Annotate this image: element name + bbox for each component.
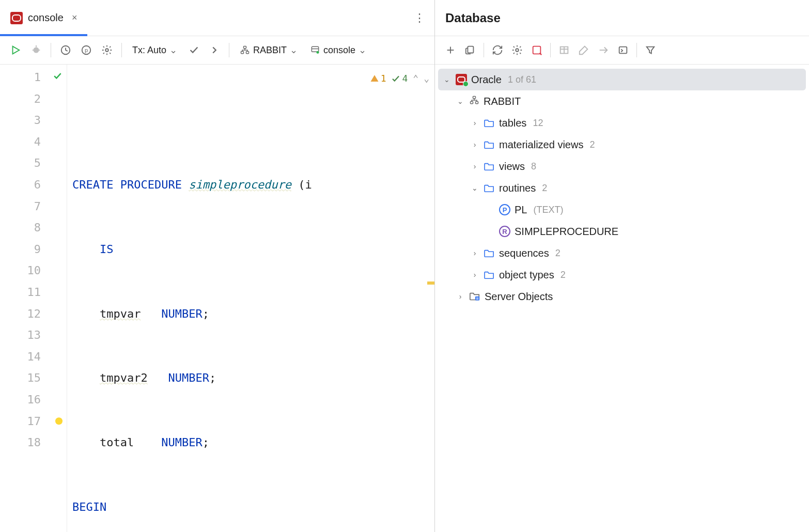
panel-title: Database [445,11,501,25]
explain-plan-button[interactable]: p [78,42,95,58]
chevron-right-icon: › [470,162,479,170]
add-button[interactable] [442,42,459,58]
database-toolbar [435,36,809,65]
tree-folder-mviews[interactable]: › materialized views 2 [438,134,806,155]
intention-bulb-icon[interactable] [55,411,63,432]
routine-icon: R [499,226,510,237]
database-tree[interactable]: ⌄ Oracle 1 of 61 ⌄ RABBIT › tables 12 › … [435,65,809,532]
folder-icon [484,162,495,171]
inspection-status[interactable]: 1 4 ⌃ ⌄ [370,68,429,89]
tab-console[interactable]: console × [0,0,87,36]
chevron-down-icon: ⌄ [169,44,177,56]
tree-folder-sequences[interactable]: › sequences 2 [438,242,806,264]
svg-marker-25 [647,47,655,54]
chevron-down-icon: ⌄ [359,44,366,56]
schema-label: RABBIT [253,45,287,56]
tree-folder-tables[interactable]: › tables 12 [438,112,806,134]
duplicate-button[interactable] [462,42,478,58]
chevron-down-icon: ⌄ [470,184,479,192]
svg-rect-26 [473,96,476,98]
chevron-right-icon: › [470,140,479,149]
svg-rect-17 [468,46,473,53]
tree-server-objects[interactable]: › Server Objects [438,286,806,307]
jump-button[interactable] [595,42,612,58]
folder-icon [484,248,495,258]
tree-datasource-oracle[interactable]: ⌄ Oracle 1 of 61 [438,69,806,90]
connection-dropdown[interactable]: console ⌄ [306,44,370,56]
schema-icon [469,95,479,108]
stop-button[interactable] [528,42,545,58]
tx-mode-dropdown[interactable]: Tx: Auto ⌄ [128,44,181,56]
svg-rect-10 [241,52,244,54]
svg-marker-0 [13,46,20,54]
schema-dropdown[interactable]: RABBIT ⌄ [236,44,302,56]
tab-overflow-menu[interactable]: ⋮ [414,11,425,25]
gutter: 1 2 3 4 5 6 7 8 9 10 11 12 13 14 15 16 1… [0,65,67,532]
folder-icon [484,118,495,128]
scrollbar-marker[interactable] [427,281,434,285]
svg-point-14 [317,51,319,54]
code-area[interactable]: 1 4 ⌃ ⌄ CREATE PROCEDURE simpleprocedure… [67,65,434,532]
tree-routine-pl[interactable]: P PL (TEXT) [438,199,806,221]
chevron-down-icon: ⌄ [456,97,465,105]
editor-toolbar: p Tx: Auto ⌄ RABBIT ⌄ console ⌄ [0,36,434,65]
warning-badge[interactable]: 1 [370,68,386,89]
folder-icon [484,270,495,279]
server-objects-icon [469,291,480,302]
chevron-right-icon: › [470,249,479,257]
rollback-button[interactable] [206,42,223,58]
oracle-icon [10,12,23,24]
edit-button[interactable] [575,42,592,58]
history-button[interactable] [57,42,74,58]
tree-folder-routines[interactable]: ⌄ routines 2 [438,177,806,199]
svg-rect-9 [244,46,246,49]
svg-rect-24 [619,47,627,54]
chevron-right-icon: › [456,292,465,301]
next-highlight[interactable]: ⌄ [424,68,429,89]
tab-bar: console × ⋮ [0,0,434,36]
filter-button[interactable] [642,42,659,58]
chevron-right-icon: › [470,271,479,279]
svg-text:p: p [85,47,88,53]
table-view-button[interactable] [556,42,572,58]
svg-point-8 [105,49,108,52]
tree-folder-views[interactable]: › views 8 [438,155,806,177]
svg-rect-11 [246,52,249,54]
database-panel-header: Database [435,0,809,36]
procedure-icon: P [499,204,510,215]
oracle-icon [456,74,467,85]
connection-label: console [323,45,355,56]
console-button[interactable] [615,42,631,58]
svg-point-18 [516,49,519,52]
settings-button[interactable] [99,42,115,58]
svg-rect-19 [533,46,541,54]
chevron-down-icon: ⌄ [442,75,452,84]
chevron-down-icon: ⌄ [290,44,298,56]
properties-button[interactable] [509,42,525,58]
tree-routine-simpleprocedure[interactable]: R SIMPLEPROCEDURE [438,221,806,242]
svg-rect-28 [476,101,478,103]
tree-schema-rabbit[interactable]: ⌄ RABBIT [438,90,806,112]
folder-icon [484,183,495,193]
svg-rect-29 [475,296,479,300]
commit-button[interactable] [185,42,202,58]
chevron-right-icon: › [470,119,479,127]
prev-highlight[interactable]: ⌃ [413,68,418,89]
tx-label: Tx: Auto [132,45,166,56]
checkmark-icon [52,67,63,88]
close-icon[interactable]: × [72,12,77,23]
folder-icon [484,140,495,149]
refresh-button[interactable] [489,42,506,58]
typo-badge[interactable]: 4 [391,68,408,89]
debug-button[interactable] [28,42,44,58]
tab-label: console [28,12,64,24]
code-editor[interactable]: 1 2 3 4 5 6 7 8 9 10 11 12 13 14 15 16 1… [0,65,434,532]
tree-folder-object-types[interactable]: › object types 2 [438,264,806,286]
svg-rect-27 [471,101,473,103]
run-button[interactable] [7,42,24,58]
